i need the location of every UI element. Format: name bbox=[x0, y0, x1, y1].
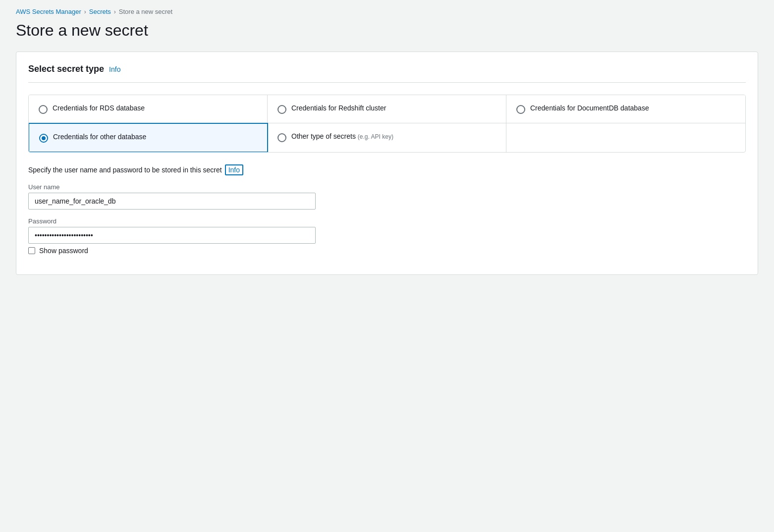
option-empty bbox=[506, 123, 745, 152]
radio-rds bbox=[39, 105, 48, 114]
option-redshift-label: Credentials for Redshift cluster bbox=[291, 104, 386, 112]
breadcrumb-current: Store a new secret bbox=[119, 8, 172, 15]
password-label: Password bbox=[28, 217, 746, 225]
page-title: Store a new secret bbox=[0, 15, 774, 52]
section-info-link[interactable]: Info bbox=[109, 65, 120, 73]
breadcrumb-secrets-link[interactable]: Secrets bbox=[89, 8, 111, 15]
credentials-description-text: Specify the user name and password to be… bbox=[28, 166, 222, 174]
credentials-section: Specify the user name and password to be… bbox=[28, 164, 746, 255]
credentials-info-link[interactable]: Info bbox=[225, 164, 243, 175]
option-other-label: Other type of secrets bbox=[291, 132, 356, 140]
option-other[interactable]: Other type of secrets (e.g. API key) bbox=[268, 123, 506, 152]
username-label: User name bbox=[28, 183, 746, 191]
option-other-note: (e.g. API key) bbox=[358, 133, 393, 140]
option-rds[interactable]: Credentials for RDS database bbox=[29, 95, 268, 123]
section-title: Select secret type bbox=[28, 64, 104, 74]
radio-other-db bbox=[39, 134, 48, 143]
option-other-text: Other type of secrets (e.g. API key) bbox=[291, 132, 393, 140]
breadcrumb-separator-1: › bbox=[84, 8, 86, 15]
breadcrumb: AWS Secrets Manager › Secrets › Store a … bbox=[0, 0, 774, 15]
username-input[interactable] bbox=[28, 193, 316, 210]
show-password-row: Show password bbox=[28, 247, 746, 255]
breadcrumb-service-link[interactable]: AWS Secrets Manager bbox=[16, 8, 81, 15]
option-redshift[interactable]: Credentials for Redshift cluster bbox=[268, 95, 506, 123]
option-documentdb[interactable]: Credentials for DocumentDB database bbox=[506, 95, 745, 123]
section-header: Select secret type Info bbox=[28, 64, 746, 83]
secret-type-grid: Credentials for RDS database Credentials… bbox=[28, 95, 746, 153]
radio-other bbox=[277, 133, 286, 142]
breadcrumb-separator-2: › bbox=[114, 8, 116, 15]
radio-documentdb bbox=[516, 105, 525, 114]
show-password-checkbox[interactable] bbox=[28, 247, 35, 254]
radio-redshift bbox=[277, 105, 286, 114]
credentials-description: Specify the user name and password to be… bbox=[28, 164, 746, 175]
option-other-db-label: Credentials for other database bbox=[53, 133, 146, 141]
main-card: Select secret type Info Credentials for … bbox=[16, 52, 758, 275]
password-input[interactable] bbox=[28, 227, 316, 244]
username-group: User name bbox=[28, 183, 746, 210]
option-documentdb-label: Credentials for DocumentDB database bbox=[530, 104, 649, 112]
password-group: Password Show password bbox=[28, 217, 746, 255]
option-rds-label: Credentials for RDS database bbox=[53, 104, 145, 112]
option-other-db[interactable]: Credentials for other database bbox=[28, 123, 268, 153]
show-password-label[interactable]: Show password bbox=[39, 247, 88, 255]
